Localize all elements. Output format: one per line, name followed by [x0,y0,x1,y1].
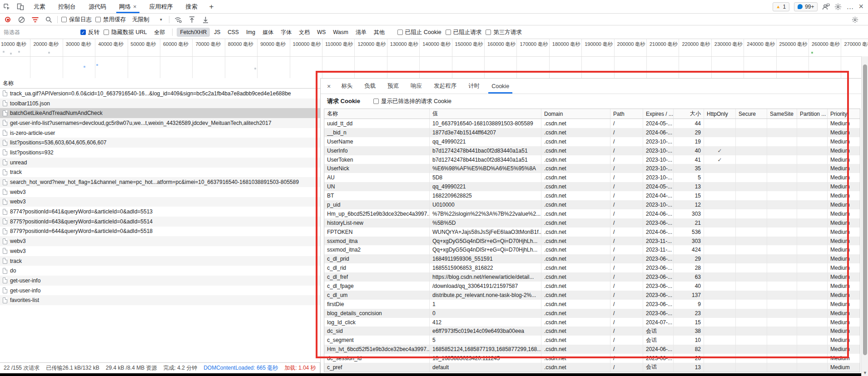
request-row[interactable]: favorites-list [0,295,320,305]
filter-input[interactable] [4,29,63,35]
request-row[interactable]: is-zero-article-user [0,128,320,138]
cookie-row[interactable]: c_segment5.csdn.net/会话10Medium [324,336,860,345]
request-row[interactable]: list?positions=932 [0,148,320,158]
detail-tab-标头[interactable]: 标头 [335,79,358,94]
filter-type-wasm[interactable]: Wasm [330,28,352,37]
cookie-row[interactable]: ssxmod_itnaQq+xgDyG5Gq4nDlSr+eG=Qi=D70Hj… [324,237,860,246]
column-header-[interactable]: 名称 [324,109,430,119]
column-header-domain[interactable]: Domain [541,109,610,119]
filter-type-img[interactable]: Img [243,28,258,37]
request-row[interactable]: get-user-info [0,286,320,296]
vertical-scrollbar[interactable]: ▼ [861,56,868,376]
third-party-checkbox[interactable]: 第三方请求 [486,29,522,36]
timeline-ruler[interactable]: 10000 毫秒20000 毫秒30000 毫秒40000 毫秒50000 毫秒… [0,39,868,56]
request-row[interactable]: search_hot_word?new_hot_flag=1&channel_n… [0,177,320,187]
blocked-cookies-checkbox[interactable]: 已阻止 Cookie [397,29,441,36]
cookie-row[interactable]: ssxmod_itna2Qq+xgDyG5Gq4nDlSr+eG=Qi=D70H… [324,245,860,254]
filter-type-js[interactable]: JS [211,28,223,37]
request-row[interactable]: track [0,256,320,266]
devtools-tab-搜索[interactable]: 搜索 [179,0,204,13]
request-row[interactable]: track [0,168,320,178]
device-toolbar-icon[interactable] [14,0,27,13]
cookie-row[interactable]: dc_side6ff7973f5c019e14c09e6493ba00eea.c… [324,327,860,336]
inspect-element-icon[interactable] [0,0,14,13]
request-row[interactable]: 8779?positionId=644&queryWord=&articleId… [0,227,320,237]
cookie-row[interactable]: c_prefdefault.csdn.net/会话13Medium [324,363,860,372]
record-button[interactable] [3,15,13,25]
request-row[interactable]: do [0,266,320,276]
request-row[interactable]: webv3 [0,246,320,256]
column-header-httponly[interactable]: HttpOnly [704,109,736,119]
column-header-priority[interactable]: Priority [828,109,860,119]
hide-data-url-checkbox[interactable]: 隐藏数据 URL [104,29,147,36]
request-row[interactable]: 8775?positionId=643&queryWord=&articleId… [0,217,320,227]
name-column-header[interactable]: 名称 [0,78,320,89]
preserve-log-checkbox[interactable]: 保留日志 [61,16,92,24]
filter-button[interactable] [30,15,40,25]
scrollbar-thumb[interactable] [863,64,867,355]
settings-gear-icon[interactable] [834,3,842,10]
cookie-row[interactable]: AU5D8.csdn.net/2023-10-...5Medium [324,173,860,182]
request-row[interactable]: webv3 [0,197,320,207]
detail-tab-预览[interactable]: 预览 [382,79,405,94]
detail-tab-计时[interactable]: 计时 [462,79,486,94]
cookie-row[interactable]: UserTokenb7d12742478b441bac0f2d83440a1a5… [324,155,860,164]
filter-type-ws[interactable]: WS [314,28,329,37]
disable-cache-checkbox[interactable]: 禁用缓存 [95,16,126,24]
more-options-icon[interactable]: … [846,3,854,11]
request-row[interactable]: get-user-info [0,276,320,286]
request-row[interactable]: 8774?positionId=641&queryWord=&articleId… [0,207,320,217]
cookie-row[interactable]: UNqq_49990221.csdn.net/2024-05-...13Medi… [324,182,860,191]
messages-badge[interactable]: 99+ [794,2,818,11]
cookie-row[interactable]: FPTOKENWUNQrYA+Jajs58sJsSjFeE6IaaO3tMonB… [324,228,860,237]
cookie-row[interactable]: c_dl_fpage/download/qq_33064191/21597587… [324,282,860,291]
column-header-samesite[interactable]: SameSite [767,109,797,119]
request-row[interactable]: track_ua.gif?APIVersion=0.6.0&cid=10_663… [0,89,320,99]
export-har-button[interactable] [200,15,210,25]
devtools-tab-源代码[interactable]: 源代码 [82,0,113,13]
warnings-badge[interactable]: ▲ 1 [773,2,790,11]
import-har-button[interactable] [187,15,197,25]
request-row[interactable]: get-user-info-list?usernames=devcloud,gc… [0,118,320,128]
close-devtools-icon[interactable]: × [858,2,863,11]
cookie-row[interactable]: firstDie1.csdn.net/2023-06-...9Medium [324,300,860,309]
network-settings-gear-icon[interactable] [850,15,860,25]
show-filtered-cookies-checkbox[interactable]: 显示已筛选掉的请求 Cookie [373,98,451,105]
filter-type---[interactable]: 文档 [296,27,313,38]
cookie-row[interactable]: dc_session_id10_1685883023420.111245.csd… [324,354,860,363]
invert-checkbox[interactable]: ✓ 反转 [80,29,99,36]
column-header-expires[interactable]: Expires / ... [643,109,674,119]
filter-type---[interactable]: 清单 [352,27,370,38]
close-detail-pane-button[interactable]: × [322,79,335,94]
scrollbar-down-arrow[interactable]: ▼ [862,371,868,375]
request-row[interactable]: webv3 [0,236,320,246]
cookie-row[interactable]: c_dl_rid1685515906853_816822.csdn.net/20… [324,263,860,272]
devtools-tab-应用程序[interactable]: 应用程序 [143,0,179,13]
devtools-tab-元素[interactable]: 元素 [27,0,52,13]
cookie-row[interactable]: p_uidU010000.csdn.net/2023-10-...12Mediu… [324,200,860,209]
cookie-row[interactable]: UserNameqq_49990221.csdn.net/2023-10-...… [324,137,860,146]
filter-type-fetch-xhr[interactable]: Fetch/XHR [177,28,210,37]
request-row[interactable]: list?positions=536,603,604,605,606,607 [0,138,320,148]
column-header-[interactable]: 值 [430,109,541,119]
detail-tab-cookie[interactable]: Cookie [486,79,515,94]
cookie-row[interactable]: __bid_n1877d3e74b15144ff64207.csdn.net/2… [324,128,860,137]
devtools-tab-网络[interactable]: 网络× [113,0,143,13]
cookie-row[interactable]: c_dl_umdistribute.pc_relevant.none-task-… [324,291,860,300]
clear-button[interactable] [16,15,26,25]
cookie-row[interactable]: blog_details_concision0.csdn.net/2023-06… [324,309,860,318]
column-header-secure[interactable]: Secure [736,109,767,119]
cookie-row[interactable]: UserInfob7d12742478b441bac0f2d83440a1a51… [324,146,860,155]
cookie-row[interactable]: uuid_tt_dd10_6637916540-1681038891503-80… [324,119,860,128]
column-header-[interactable]: 大小 [674,109,704,119]
column-header-path[interactable]: Path [610,109,643,119]
cookie-row[interactable]: c_dl_prid1684911959306_551591.csdn.net/2… [324,254,860,263]
cookie-row[interactable]: log_Id_click412.csdn.net/2024-07-...15Me… [324,318,860,327]
request-row[interactable]: toolbar1105.json [0,99,320,109]
request-row[interactable]: webv3 [0,187,320,197]
filter-type-all[interactable]: 全部 [151,27,168,38]
cookie-row[interactable]: BT1682209628825.csdn.net/2024-04-...15Me… [324,191,860,200]
filter-type-css[interactable]: CSS [224,28,242,37]
request-row[interactable]: unread [0,158,320,168]
cookie-row[interactable]: UserNick%E6%98%AF%E5%BD%A6%E5%95%8A.csdn… [324,164,860,173]
